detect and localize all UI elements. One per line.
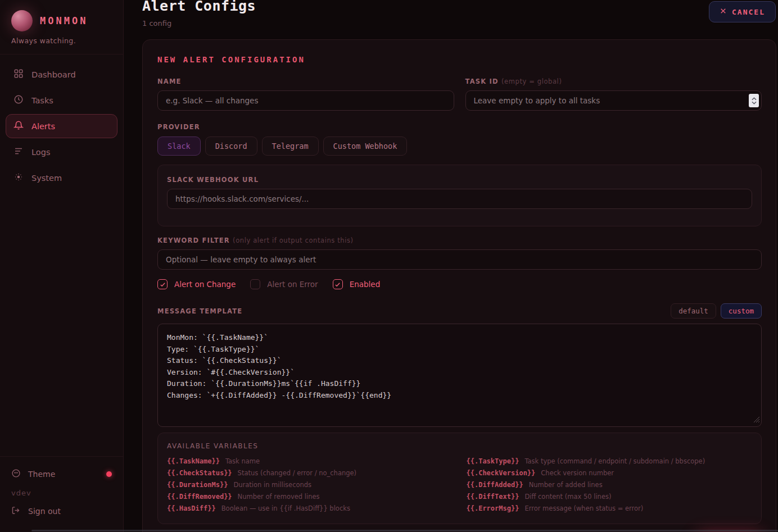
resize-handle-icon[interactable] (753, 415, 760, 425)
checkbox-label: Enabled (350, 280, 381, 289)
available-variables-heading: AVAILABLE VARIABLES (167, 442, 752, 450)
template-mode-custom[interactable]: custom (721, 303, 762, 319)
checkbox-row: Alert on Change Alert on Error Enabled (157, 279, 762, 289)
variable-row: {{.ErrorMsg}} Error message (when status… (467, 504, 753, 512)
variable-desc: Number of added lines (529, 481, 603, 489)
sidebar-item-tasks[interactable]: Tasks (6, 88, 117, 112)
variable-row: {{.DiffRemoved}} Number of removed lines (167, 493, 453, 501)
variable-code: {{.TaskType}} (467, 457, 519, 465)
page-title: Alert Configs (142, 0, 256, 14)
variable-row: {{.TaskType}} Task type (command / endpo… (467, 457, 753, 465)
webhook-url-label: SLACK WEBHOOK URL (167, 176, 752, 184)
variable-code: {{.HasDiff}} (167, 504, 216, 512)
signout-button[interactable]: Sign out (11, 501, 112, 522)
checkbox-alert-on-error[interactable] (250, 279, 260, 289)
cancel-button-top[interactable]: CANCEL (709, 1, 776, 22)
sidebar-nav: Dashboard Tasks Alerts (0, 54, 123, 198)
task-id-input[interactable] (465, 90, 762, 111)
provider-option-custom-webhook[interactable]: Custom Webhook (323, 137, 408, 156)
message-template-label: MESSAGE TEMPLATE (157, 307, 242, 315)
horizontal-scrollbar[interactable] (31, 530, 778, 531)
logs-icon (13, 146, 24, 158)
variable-desc: Number of removed lines (238, 493, 320, 501)
variable-row: {{.DiffAdded}} Number of added lines (467, 481, 753, 489)
sidebar-item-system[interactable]: System (6, 166, 117, 190)
sidebar-item-label: System (31, 174, 62, 183)
checkbox-item-2[interactable]: Enabled (333, 279, 381, 289)
task-id-hint: (empty = global) (501, 78, 562, 85)
signout-label: Sign out (28, 507, 61, 516)
message-template-textarea[interactable]: MonMon: `{{.TaskName}}` Type: `{{.TaskTy… (157, 324, 762, 427)
brand-name: MONMON (40, 15, 88, 26)
variable-desc: Check version number (541, 469, 614, 477)
dashboard-icon (13, 69, 24, 80)
checkbox-alert-on-change[interactable] (157, 279, 168, 289)
checkbox-enabled[interactable] (333, 279, 343, 289)
monmon-logo (11, 10, 33, 31)
sidebar: MONMON Always watching. Dashboard Tasks (0, 0, 124, 532)
variable-row: {{.DiffText}} Diff content (max 50 lines… (467, 493, 753, 501)
variable-code: {{.DiffRemoved}} (167, 493, 232, 501)
brand-block: MONMON Always watching. (0, 0, 123, 54)
clock-icon (13, 94, 24, 106)
keyword-filter-label: KEYWORD FILTER (only alert if output con… (157, 237, 762, 244)
provider-option-discord[interactable]: Discord (205, 137, 257, 156)
template-mode-default[interactable]: default (671, 303, 716, 319)
provider-option-slack[interactable]: Slack (157, 137, 201, 156)
close-icon (720, 7, 727, 16)
theme-active-dot (106, 471, 112, 477)
variable-desc: Diff content (max 50 lines) (524, 493, 611, 501)
provider-option-telegram[interactable]: Telegram (262, 137, 319, 156)
available-variables-panel: AVAILABLE VARIABLES {{.TaskName}} Task n… (157, 433, 762, 524)
webhook-url-input[interactable] (167, 189, 752, 209)
variable-code: {{.DiffAdded}} (467, 481, 523, 489)
name-input[interactable] (157, 90, 454, 111)
variable-desc: Error message (when status = error) (524, 504, 643, 512)
provider-label: PROVIDER (157, 123, 762, 131)
keyword-filter-hint: (only alert if output contains this) (233, 237, 354, 244)
template-mode-toggle: default custom (671, 303, 762, 319)
variable-desc: Task name (225, 457, 260, 465)
sidebar-item-alerts[interactable]: Alerts (6, 114, 117, 138)
variable-desc: Boolean — use in {{if .HasDiff}} blocks (221, 504, 350, 512)
sidebar-item-label: Logs (31, 148, 50, 157)
variable-desc: Task type (command / endpoint / subdomai… (524, 457, 705, 465)
theme-label: Theme (28, 470, 55, 479)
variable-row: {{.CheckStatus}} Status (changed / error… (167, 469, 453, 477)
sidebar-item-label: Dashboard (31, 70, 76, 79)
variable-desc: Duration in milliseconds (233, 481, 311, 489)
variable-code: {{.CheckStatus}} (167, 469, 232, 477)
variable-code: {{.DurationMs}} (167, 481, 228, 489)
variable-code: {{.ErrorMsg}} (467, 504, 519, 512)
variable-row: {{.CheckVersion}} Check version number (467, 469, 753, 477)
sidebar-item-label: Tasks (31, 96, 53, 105)
variable-row: {{.DurationMs}} Duration in milliseconds (167, 481, 453, 489)
variable-code: {{.CheckVersion}} (467, 469, 536, 477)
sidebar-item-label: Alerts (31, 122, 55, 131)
face-icon (11, 469, 21, 480)
variable-row: {{.HasDiff}} Boolean — use in {{if .HasD… (167, 504, 453, 512)
variables-grid: {{.TaskName}} Task name {{.TaskType}} Ta… (167, 457, 752, 512)
sidebar-footer: Theme vdev Sign out (0, 456, 123, 532)
webhook-panel: SLACK WEBHOOK URL (157, 165, 762, 226)
logout-icon (11, 506, 21, 517)
variable-code: {{.TaskName}} (167, 457, 220, 465)
name-label: NAME (157, 78, 454, 85)
sidebar-item-logs[interactable]: Logs (6, 140, 117, 164)
checkbox-item-1[interactable]: Alert on Error (250, 279, 318, 289)
checkbox-label: Alert on Change (174, 280, 236, 289)
theme-toggle[interactable]: Theme (11, 463, 112, 485)
bell-icon (13, 120, 24, 132)
variable-code: {{.DiffText}} (467, 493, 519, 501)
config-count: 1 config (142, 19, 256, 28)
card-heading: NEW ALERT CONFIGURATION (157, 55, 762, 64)
keyword-filter-input[interactable] (157, 249, 762, 270)
new-alert-config-card: NEW ALERT CONFIGURATION NAME TASK ID (em… (142, 39, 776, 532)
checkbox-item-0[interactable]: Alert on Change (157, 279, 236, 289)
checkbox-label: Alert on Error (267, 280, 318, 289)
version-label: vdev (11, 485, 112, 501)
sidebar-item-dashboard[interactable]: Dashboard (6, 62, 117, 87)
task-id-label: TASK ID (empty = global) (465, 78, 762, 85)
sun-icon (13, 172, 24, 184)
number-stepper[interactable] (749, 94, 759, 107)
